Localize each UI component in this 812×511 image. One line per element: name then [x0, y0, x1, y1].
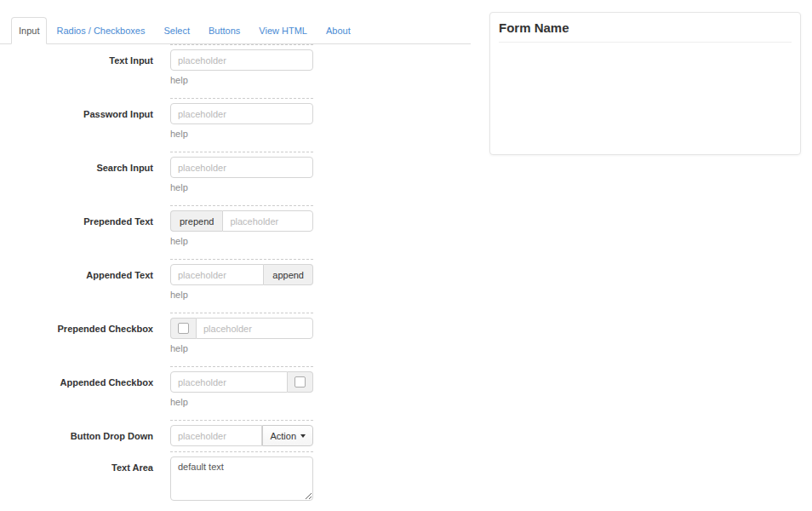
appended-checkbox-input[interactable]: [170, 371, 288, 393]
form-row-button-dropdown: Button Drop Down Action: [13, 420, 472, 451]
field-controls: help: [170, 152, 313, 205]
form-name-title: Form Name: [499, 20, 792, 43]
prepend-addon: prepend: [170, 210, 222, 232]
help-text: help: [170, 290, 313, 301]
field-controls: help: [170, 313, 313, 366]
form-row-appended-checkbox: Appended Checkbox help: [13, 366, 472, 420]
checkbox[interactable]: [178, 323, 189, 334]
help-text: help: [170, 75, 313, 86]
tab-select[interactable]: Select: [154, 18, 199, 43]
tab-view-html[interactable]: View HTML: [249, 18, 317, 43]
field-controls: help: [170, 44, 313, 98]
field-label: Prepended Text: [13, 205, 153, 259]
field-controls: default text: [170, 451, 313, 504]
tab-buttons[interactable]: Buttons: [199, 18, 249, 43]
input-group: [170, 318, 313, 339]
prepended-text-input[interactable]: [222, 210, 313, 232]
form-widget-list: Text Input help Password Input help Sear…: [13, 44, 472, 504]
input-group: [170, 371, 313, 393]
form-builder-page: Input Radios / Checkboxes Select Buttons…: [0, 0, 812, 511]
checkbox-addon: [288, 371, 313, 393]
form-row-prepended-text: Prepended Text prepend help: [13, 205, 472, 259]
form-row-appended-text: Appended Text append help: [13, 259, 472, 313]
text-input[interactable]: [170, 49, 313, 71]
field-controls: Action: [170, 420, 313, 451]
builder-pane: Input Radios / Checkboxes Select Buttons…: [0, 0, 472, 504]
checkbox-addon: [170, 318, 196, 339]
field-controls: help: [170, 98, 313, 152]
tab-radios-checkboxes[interactable]: Radios / Checkboxes: [47, 18, 154, 43]
input-group: Action: [170, 425, 313, 446]
field-label: Password Input: [13, 98, 153, 152]
dropdown-text-input[interactable]: [170, 425, 262, 446]
form-preview-panel: Form Name: [489, 12, 801, 155]
help-text: help: [170, 343, 313, 354]
form-row-prepended-checkbox: Prepended Checkbox help: [13, 313, 472, 366]
field-label: Appended Checkbox: [13, 366, 153, 420]
action-dropdown-button[interactable]: Action: [262, 425, 313, 446]
help-text: help: [170, 397, 313, 408]
search-input[interactable]: [170, 157, 313, 178]
field-label: Prepended Checkbox: [13, 313, 153, 366]
action-button-label: Action: [270, 431, 296, 441]
field-label: Appended Text: [13, 259, 153, 313]
form-row-search-input: Search Input help: [13, 152, 472, 205]
password-input[interactable]: [170, 103, 313, 124]
field-controls: help: [170, 366, 313, 420]
form-row-textarea: Text Area default text: [13, 451, 472, 504]
help-text: help: [170, 236, 313, 247]
prepended-checkbox-input[interactable]: [196, 318, 313, 339]
field-label: Text Input: [13, 44, 153, 98]
textarea-input[interactable]: default text: [170, 456, 313, 501]
tab-about[interactable]: About: [317, 18, 360, 43]
tab-bar: Input Radios / Checkboxes Select Buttons…: [0, 17, 471, 44]
field-label: Text Area: [13, 451, 153, 504]
input-group: prepend: [170, 210, 313, 232]
field-label: Search Input: [13, 152, 153, 205]
field-controls: append help: [170, 259, 313, 313]
append-addon: append: [264, 264, 313, 285]
field-label: Button Drop Down: [13, 420, 153, 451]
form-row-text-input: Text Input help: [13, 44, 472, 98]
checkbox[interactable]: [294, 376, 306, 388]
appended-text-input[interactable]: [170, 264, 264, 285]
input-group: append: [170, 264, 313, 285]
help-text: help: [170, 182, 313, 193]
field-controls: prepend help: [170, 205, 313, 259]
caret-down-icon: [300, 434, 306, 438]
tab-input[interactable]: Input: [11, 17, 47, 44]
form-row-password-input: Password Input help: [13, 98, 472, 152]
help-text: help: [170, 129, 313, 140]
